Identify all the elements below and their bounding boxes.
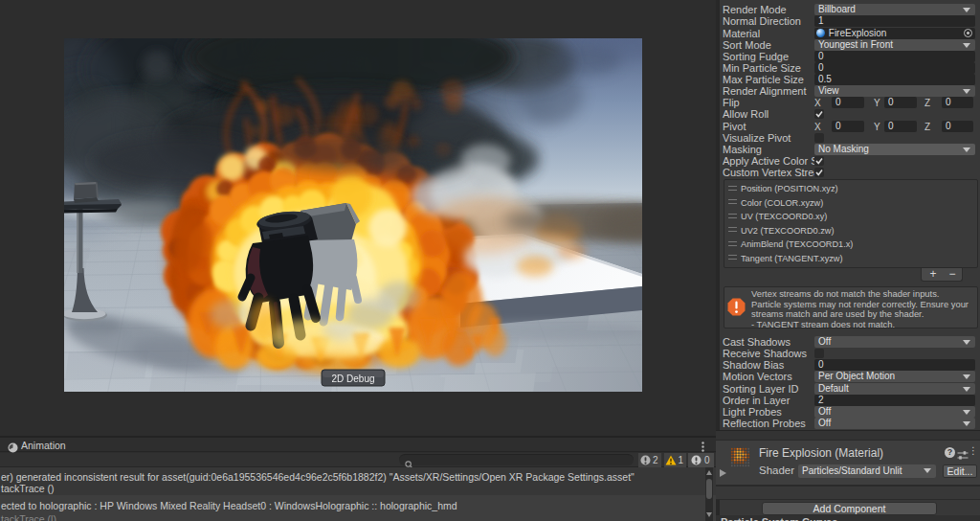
svg-text:2D Debug: 2D Debug bbox=[331, 374, 374, 384]
